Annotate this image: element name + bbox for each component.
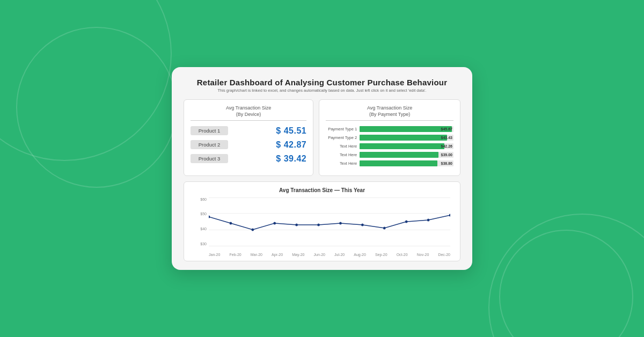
svg-point-7 <box>361 223 364 226</box>
bar-value: $38.80 <box>441 162 452 165</box>
svg-point-5 <box>317 223 320 226</box>
svg-point-1 <box>230 222 232 224</box>
product-row: Product 3 $ 39.42 <box>191 154 306 164</box>
product-label: Product 3 <box>191 154 228 163</box>
product-value: $ 45.51 <box>276 126 306 136</box>
svg-point-3 <box>273 222 276 224</box>
line-chart-svg <box>209 197 450 246</box>
x-label: Feb-20 <box>230 253 241 257</box>
bar-fill <box>360 135 447 141</box>
svg-point-11 <box>449 214 450 216</box>
x-label: Aug-20 <box>354 253 366 257</box>
grid-line <box>209 246 450 246</box>
y-label: $40 <box>200 227 207 231</box>
top-section: Avg Transaction Size (By Device) Product… <box>184 99 460 175</box>
bar-row: Text Here $39.00 <box>326 152 453 158</box>
bar-chart: Payment Type 1 $45.67 Payment Type 2 $43… <box>326 125 453 170</box>
bar-fill <box>360 152 438 158</box>
svg-point-8 <box>383 226 386 229</box>
bar-value: $45.67 <box>441 127 452 131</box>
x-label: Dec-20 <box>438 253 450 257</box>
svg-point-4 <box>295 223 298 226</box>
dashboard-card: Retailer Dashboard of Analysing Customer… <box>172 67 472 269</box>
svg-point-0 <box>209 215 210 218</box>
svg-point-9 <box>405 220 408 223</box>
bar-row: Payment Type 1 $45.67 <box>326 126 453 132</box>
bar-container: $42.26 <box>360 143 453 149</box>
bar-row: Text Here $42.26 <box>326 143 453 149</box>
svg-point-2 <box>251 228 254 231</box>
line-chart-title: Avg Transaction Size — This Year <box>192 187 452 193</box>
bar-row: Text Here $38.80 <box>326 160 453 166</box>
x-label: Sep-20 <box>375 253 387 257</box>
left-panel-title: Avg Transaction Size (By Device) <box>191 105 306 120</box>
bar-row: Payment Type 2 $43.43 <box>326 135 453 141</box>
x-label: Oct-20 <box>397 253 408 257</box>
product-value: $ 39.42 <box>276 154 306 164</box>
bar-value: $42.26 <box>441 144 452 148</box>
right-panel-title: Avg Transaction Size (By Payment Type) <box>326 105 453 120</box>
bar-fill <box>360 126 451 132</box>
bar-fill <box>360 160 437 166</box>
bar-container: $43.43 <box>360 135 453 141</box>
left-panel-title-text: Avg Transaction Size <box>191 105 306 112</box>
right-panel-subtitle-text: (By Payment Type) <box>326 112 453 118</box>
product-value: $ 42.87 <box>276 140 306 150</box>
bar-label: Text Here <box>326 144 357 149</box>
left-panel: Avg Transaction Size (By Device) Product… <box>184 99 313 175</box>
bottom-panel: Avg Transaction Size — This Year $60$50$… <box>184 181 460 261</box>
right-panel-title-text: Avg Transaction Size <box>326 105 453 112</box>
product-label: Product 2 <box>191 140 228 149</box>
y-label: $60 <box>200 197 207 201</box>
product-row: Product 2 $ 42.87 <box>191 140 306 150</box>
right-panel: Avg Transaction Size (By Payment Type) P… <box>319 99 460 175</box>
x-label: Jun-20 <box>314 253 325 257</box>
product-list: Product 1 $ 45.51 Product 2 $ 42.87 Prod… <box>191 125 306 169</box>
chart-body <box>209 197 450 246</box>
bar-container: $39.00 <box>360 152 453 158</box>
x-label: Nov-20 <box>417 253 429 257</box>
bar-container: $38.80 <box>360 160 453 166</box>
y-axis-labels: $60$50$40$30 <box>192 197 207 246</box>
svg-point-10 <box>427 218 430 221</box>
left-panel-subtitle-text: (By Device) <box>191 112 306 118</box>
y-label: $50 <box>200 212 207 216</box>
y-label: $30 <box>200 242 207 246</box>
x-axis-labels: Jan-20Feb-20Mar-20Apr-20May-20Jun-20Jul-… <box>209 253 450 257</box>
dashboard-subtitle: This graph/chart is linked to excel, and… <box>184 88 460 93</box>
x-label: Mar-20 <box>251 253 262 257</box>
bar-label: Payment Type 1 <box>326 127 357 131</box>
x-label: Apr-20 <box>272 253 283 257</box>
x-label: May-20 <box>292 253 304 257</box>
product-label: Product 1 <box>191 126 228 135</box>
bar-fill <box>360 143 444 149</box>
bar-container: $45.67 <box>360 126 453 132</box>
x-label: Jan-20 <box>209 253 220 257</box>
bar-label: Text Here <box>326 152 357 157</box>
x-label: Jul-20 <box>334 253 345 257</box>
product-row: Product 1 $ 45.51 <box>191 126 306 136</box>
dashboard-title: Retailer Dashboard of Analysing Customer… <box>184 78 460 87</box>
bar-value: $39.00 <box>441 153 452 157</box>
svg-point-6 <box>339 222 342 224</box>
line-chart-area: $60$50$40$30 Jan-20Feb-20Mar-20Apr-20May… <box>192 197 452 257</box>
bar-value: $43.43 <box>441 136 452 140</box>
bar-label: Payment Type 2 <box>326 135 357 140</box>
bar-label: Text Here <box>326 161 357 166</box>
